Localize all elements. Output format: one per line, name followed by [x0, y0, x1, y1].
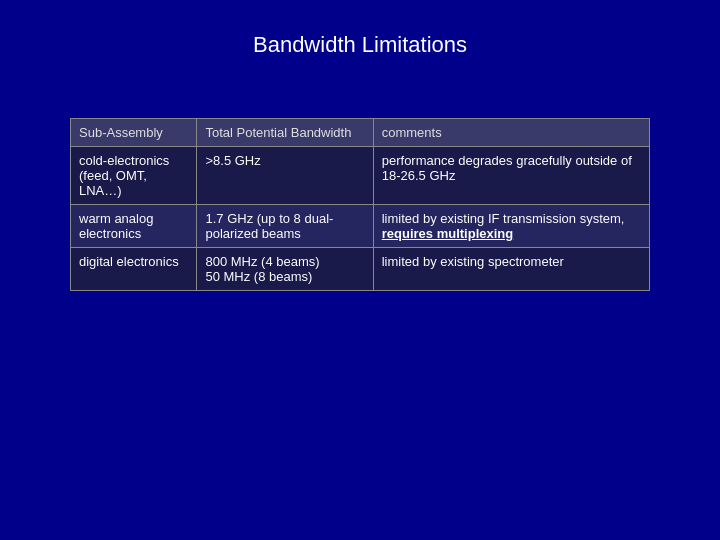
header-comments: comments — [373, 119, 649, 147]
cell-warm-analog: warm analog electronics — [71, 205, 197, 248]
cell-cold-electronics: cold-electronics(feed, OMT, LNA…) — [71, 147, 197, 205]
table-row: cold-electronics(feed, OMT, LNA…) >8.5 G… — [71, 147, 650, 205]
cell-warm-comments: limited by existing IF transmission syst… — [373, 205, 649, 248]
cell-digital-comments: limited by existing spectrometer — [373, 248, 649, 291]
cell-digital-electronics: digital electronics — [71, 248, 197, 291]
requires-multiplexing-text: requires multiplexing — [382, 226, 513, 241]
header-total-bandwidth: Total Potential Bandwidth — [197, 119, 373, 147]
table-row: digital electronics 800 MHz (4 beams)50 … — [71, 248, 650, 291]
bandwidth-table: Sub-Assembly Total Potential Bandwidth c… — [70, 118, 650, 291]
table-row: warm analog electronics 1.7 GHz (up to 8… — [71, 205, 650, 248]
cell-cold-comments: performance degrades gracefully outside … — [373, 147, 649, 205]
bandwidth-table-container: Sub-Assembly Total Potential Bandwidth c… — [70, 118, 650, 291]
header-sub-assembly: Sub-Assembly — [71, 119, 197, 147]
page-title: Bandwidth Limitations — [253, 32, 467, 58]
table-header-row: Sub-Assembly Total Potential Bandwidth c… — [71, 119, 650, 147]
cell-warm-bandwidth: 1.7 GHz (up to 8 dual-polarized beams — [197, 205, 373, 248]
cell-cold-bandwidth: >8.5 GHz — [197, 147, 373, 205]
cell-digital-bandwidth: 800 MHz (4 beams)50 MHz (8 beams) — [197, 248, 373, 291]
